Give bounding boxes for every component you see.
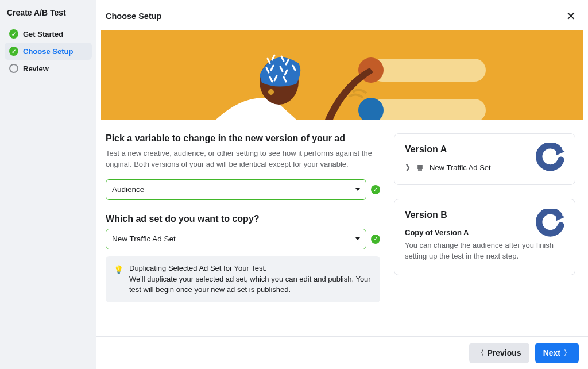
sidebar-step-choose-setup[interactable]: ✓ Choose Setup	[5, 43, 92, 60]
variable-select-value: Audience	[112, 185, 144, 194]
main: Choose Setup ✕	[96, 0, 588, 369]
version-b-desc: You can change the audience after you fi…	[405, 240, 564, 262]
arrow-swirl-icon	[536, 209, 566, 239]
chevron-left-icon: 〈	[477, 348, 484, 358]
svg-rect-2	[371, 99, 486, 120]
check-icon: ✓	[9, 29, 18, 39]
version-b-card: Version B Copy of Version A You can chan…	[394, 199, 575, 275]
sidebar-step-get-started[interactable]: ✓ Get Started	[5, 25, 92, 43]
header: Choose Setup ✕	[96, 0, 588, 30]
chevron-right-icon: 〉	[564, 348, 571, 358]
sidebar-step-label: Get Started	[23, 30, 63, 39]
variable-select[interactable]: Audience	[106, 179, 366, 200]
chevron-right-icon: ❯	[405, 163, 411, 171]
svg-rect-0	[101, 30, 583, 120]
adset-select-value: New Traffic Ad Set	[112, 235, 176, 243]
check-icon: ✓	[371, 235, 380, 244]
previous-button[interactable]: 〈 Previous	[469, 343, 529, 363]
close-button[interactable]: ✕	[563, 8, 579, 24]
form-section: Pick a variable to change in the new ver…	[106, 133, 380, 336]
next-button[interactable]: Next 〉	[535, 343, 579, 363]
lightbulb-icon: 💡	[114, 264, 123, 296]
svg-rect-1	[371, 59, 486, 82]
variable-description: Test a new creative, audience, or other …	[106, 148, 380, 170]
tip-box: 💡 Duplicating Selected Ad Set for Your T…	[106, 256, 380, 303]
version-a-card: Version A ❯ ▦ New Traffic Ad Set	[394, 133, 575, 185]
variable-heading: Pick a variable to change in the new ver…	[106, 133, 380, 144]
tip-body: We'll duplicate your selected ad set, wh…	[129, 274, 372, 296]
next-label: Next	[543, 348, 560, 358]
svg-point-18	[268, 89, 274, 95]
version-a-item: New Traffic Ad Set	[430, 163, 491, 172]
hero-illustration	[101, 30, 583, 120]
sidebar-step-label: Choose Setup	[23, 47, 73, 56]
check-icon: ✓	[371, 185, 380, 194]
sidebar-step-review[interactable]: Review	[5, 60, 92, 77]
footer: 〈 Previous Next 〉	[96, 336, 588, 369]
adset-icon: ▦	[416, 163, 424, 172]
check-icon: ✓	[9, 47, 18, 56]
versions-panel: Version A ❯ ▦ New Traffic Ad Set Version…	[394, 133, 575, 336]
circle-icon	[9, 64, 18, 73]
tip-title: Duplicating Selected Ad Set for Your Tes…	[129, 263, 372, 274]
close-icon: ✕	[566, 10, 576, 22]
adset-select[interactable]: New Traffic Ad Set	[106, 229, 366, 249]
chevron-down-icon	[355, 188, 360, 191]
arrow-swirl-icon	[536, 143, 566, 173]
sidebar: Create A/B Test ✓ Get Started ✓ Choose S…	[0, 0, 96, 369]
chevron-down-icon	[355, 237, 360, 240]
previous-label: Previous	[488, 348, 521, 358]
page-title: Choose Setup	[106, 11, 161, 21]
sidebar-step-label: Review	[23, 64, 49, 73]
sidebar-title: Create A/B Test	[5, 8, 92, 25]
adset-heading: Which ad set do you want to copy?	[106, 214, 380, 224]
